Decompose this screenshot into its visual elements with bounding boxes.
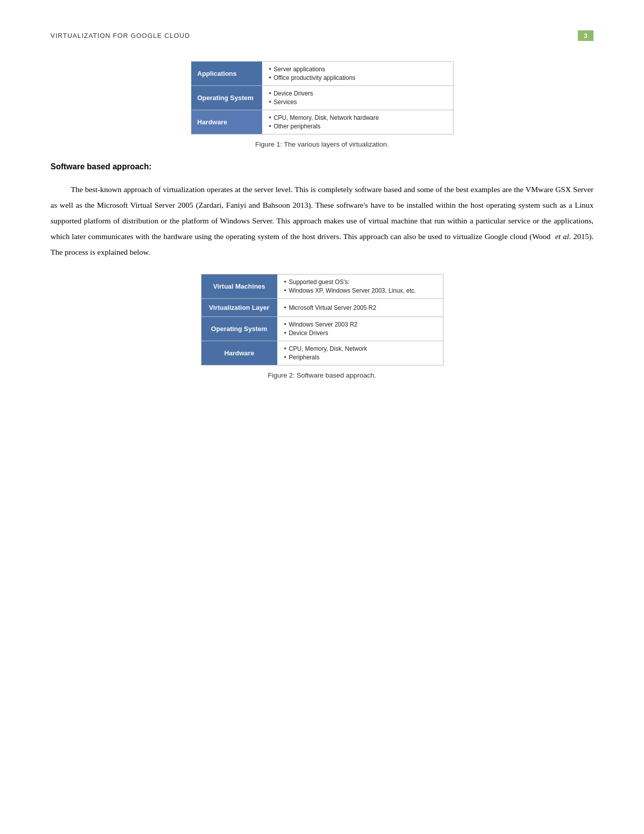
diagram2-row-vm: Virtual Machines Supported guest OS's: W… bbox=[202, 274, 443, 299]
section-heading: Software based approach: bbox=[51, 162, 593, 171]
os2-label: Operating System bbox=[202, 317, 277, 341]
page-number: 3 bbox=[578, 30, 593, 41]
page-title: VIRTUALIZATION FOR GOOGLE CLOUD bbox=[51, 32, 190, 39]
figure1-diagram: Applications Server applications Office … bbox=[191, 61, 454, 134]
body-paragraph-1: The best-known approach of virtualizatio… bbox=[51, 181, 593, 260]
hardware2-label: Hardware bbox=[202, 341, 277, 365]
os2-content: Windows Server 2003 R2 Device Drivers bbox=[277, 317, 443, 341]
figure2-diagram: Virtual Machines Supported guest OS's: W… bbox=[201, 274, 443, 365]
page-header: VIRTUALIZATION FOR GOOGLE CLOUD 3 bbox=[51, 30, 593, 41]
applications-label: Applications bbox=[191, 62, 262, 85]
diagram-row-hardware: Hardware CPU, Memory, Disk, Network hard… bbox=[191, 110, 453, 134]
virt-layer-label: Virtualization Layer bbox=[202, 299, 277, 316]
hardware-label: Hardware bbox=[191, 110, 262, 134]
bullet-windows-xp: Windows XP, Windows Server 2003, Linux, … bbox=[284, 287, 436, 294]
bullet-cpu: CPU, Memory, Disk, Network hardware bbox=[269, 114, 446, 121]
diagram-row-os: Operating System Device Drivers Services bbox=[191, 86, 453, 110]
bullet-services: Services bbox=[269, 99, 446, 106]
bullet-device-drivers2: Device Drivers bbox=[284, 330, 436, 337]
vm-content: Supported guest OS's: Windows XP, Window… bbox=[277, 274, 443, 298]
page: VIRTUALIZATION FOR GOOGLE CLOUD 3 Applic… bbox=[0, 0, 644, 424]
hardware2-content: CPU, Memory, Disk, Network Peripherals bbox=[277, 341, 443, 365]
diagram2-row-virt-layer: Virtualization Layer Microsoft Virtual S… bbox=[202, 299, 443, 317]
applications-content: Server applications Office productivity … bbox=[262, 62, 453, 85]
diagram2-row-os: Operating System Windows Server 2003 R2 … bbox=[202, 317, 443, 341]
os-label: Operating System bbox=[191, 86, 262, 110]
vm-label: Virtual Machines bbox=[202, 274, 277, 298]
bullet-peripherals: Other peripherals bbox=[269, 123, 446, 130]
et-al-italic: et al. bbox=[555, 232, 571, 241]
virt-layer-content: Microsoft Virtual Server 2005 R2 bbox=[277, 299, 443, 316]
bullet-cpu-mem: CPU, Memory, Disk, Network bbox=[284, 345, 436, 352]
bullet-supported-os: Supported guest OS's: bbox=[284, 279, 436, 286]
bullet-peripherals2: Peripherals bbox=[284, 354, 436, 361]
bullet-device-drivers: Device Drivers bbox=[269, 90, 446, 97]
figure2-caption: Figure 2: Software based approach. bbox=[51, 372, 593, 379]
bullet-ms-virtual-server: Microsoft Virtual Server 2005 R2 bbox=[284, 304, 436, 311]
diagram-row-applications: Applications Server applications Office … bbox=[191, 62, 453, 86]
diagram2-row-hw: Hardware CPU, Memory, Disk, Network Peri… bbox=[202, 341, 443, 365]
figure1-caption: Figure 1: The various layers of virtuali… bbox=[51, 141, 593, 148]
bullet-server-apps: Server applications bbox=[269, 66, 446, 73]
hardware-content: CPU, Memory, Disk, Network hardware Othe… bbox=[262, 110, 453, 134]
bullet-win-server-2003: Windows Server 2003 R2 bbox=[284, 321, 436, 328]
bullet-office-apps: Office productivity applications bbox=[269, 74, 446, 81]
os-content: Device Drivers Services bbox=[262, 86, 453, 110]
